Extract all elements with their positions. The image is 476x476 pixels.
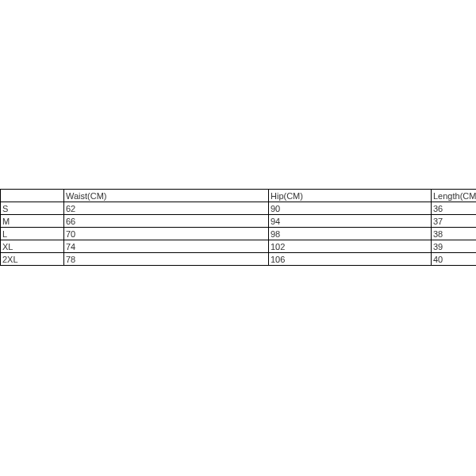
cell-waist: 78 bbox=[64, 253, 269, 266]
header-size bbox=[1, 190, 64, 202]
header-row: Waist(CM) Hip(CM) Length(CM) bbox=[1, 190, 477, 202]
cell-waist: 74 bbox=[64, 240, 269, 253]
header-hip: Hip(CM) bbox=[269, 190, 432, 202]
cell-hip: 106 bbox=[269, 253, 432, 266]
table-row: M 66 94 37 bbox=[1, 215, 477, 228]
cell-length: 40 bbox=[432, 253, 477, 266]
cell-waist: 66 bbox=[64, 215, 269, 228]
table-row: XL 74 102 39 bbox=[1, 240, 477, 253]
cell-length: 39 bbox=[432, 240, 477, 253]
cell-size: S bbox=[1, 202, 64, 215]
header-length: Length(CM) bbox=[432, 190, 477, 202]
table-row: S 62 90 36 bbox=[1, 202, 477, 215]
cell-size: 2XL bbox=[1, 253, 64, 266]
table-row: L 70 98 38 bbox=[1, 228, 477, 240]
cell-hip: 94 bbox=[269, 215, 432, 228]
cell-length: 37 bbox=[432, 215, 477, 228]
cell-length: 38 bbox=[432, 228, 477, 240]
cell-hip: 102 bbox=[269, 240, 432, 253]
cell-waist: 70 bbox=[64, 228, 269, 240]
size-table: Waist(CM) Hip(CM) Length(CM) S 62 90 36 … bbox=[0, 189, 476, 266]
cell-size: XL bbox=[1, 240, 64, 253]
header-waist: Waist(CM) bbox=[64, 190, 269, 202]
cell-waist: 62 bbox=[64, 202, 269, 215]
table-row: 2XL 78 106 40 bbox=[1, 253, 477, 266]
cell-hip: 98 bbox=[269, 228, 432, 240]
cell-hip: 90 bbox=[269, 202, 432, 215]
cell-length: 36 bbox=[432, 202, 477, 215]
cell-size: L bbox=[1, 228, 64, 240]
cell-size: M bbox=[1, 215, 64, 228]
size-chart-table: Waist(CM) Hip(CM) Length(CM) S 62 90 36 … bbox=[0, 189, 476, 266]
